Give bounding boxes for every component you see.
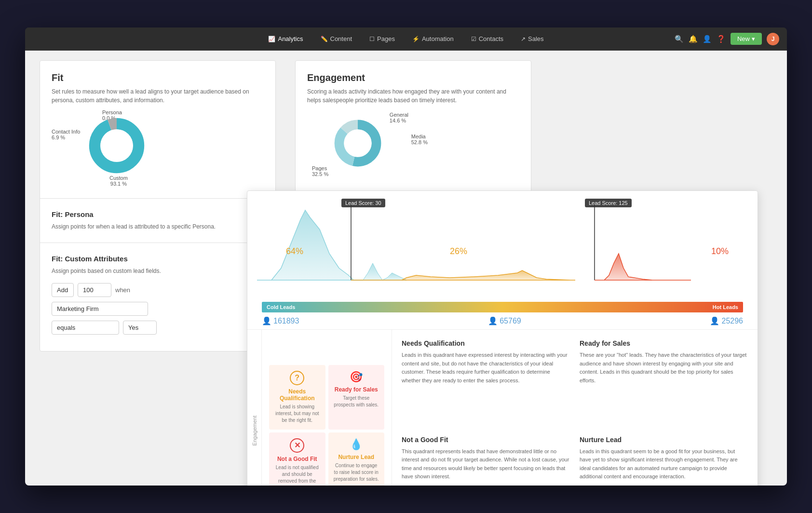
- main-content: Fit Set rules to measure how well a lead…: [25, 51, 787, 486]
- engagement-desc: Scoring a leads activity indicates how e…: [307, 87, 519, 105]
- new-button[interactable]: New ▾: [731, 33, 762, 45]
- person-icon-left: 👤: [262, 316, 271, 325]
- lead-count-mid: 👤 65769: [488, 316, 521, 325]
- pages-icon: ☐: [369, 36, 375, 42]
- contact-info-label: Contact Info 6.9 %: [52, 129, 80, 140]
- temp-bar: Cold Leads Hot Leads: [262, 302, 743, 312]
- svg-marker-14: [595, 254, 691, 280]
- analytics-icon: 📈: [268, 36, 275, 42]
- desc-not-fit-title: Not a Good Fit: [402, 436, 570, 444]
- contacts-icon: ☑: [471, 36, 476, 42]
- help-icon[interactable]: ❓: [717, 35, 726, 43]
- needs-qual-desc: Lead is showing interest, but may not be…: [274, 404, 321, 424]
- axis-label-container: Engagement: [247, 330, 262, 486]
- form-row-1: Add when: [52, 283, 264, 297]
- svg-marker-8: [257, 210, 353, 280]
- desc-nurture-title: Nurture Lead: [580, 436, 748, 444]
- fit-custom-desc: Assign points based on custom lead field…: [52, 267, 264, 275]
- svg-marker-12: [351, 270, 575, 280]
- general-label: General 14.6 %: [390, 112, 408, 123]
- left-panel: Fit Set rules to measure how well a lead…: [40, 60, 276, 351]
- pct-right: 10%: [711, 246, 729, 256]
- desc-ready-sales-title: Ready for Sales: [580, 339, 748, 347]
- lead-count-left: 👤 161893: [262, 316, 299, 325]
- ready-sales-icon: 🎯: [350, 371, 363, 383]
- content-icon: ✏️: [321, 36, 328, 42]
- fit-persona-desc: Assign points for when a lead is attribu…: [52, 222, 264, 231]
- form-row-2: [52, 302, 264, 316]
- svg-marker-10: [382, 273, 406, 280]
- profile-icon[interactable]: 👤: [703, 35, 712, 43]
- search-icon[interactable]: 🔍: [675, 35, 684, 43]
- quadrant-ready-sales: 🎯 Ready for Sales Target these prospects…: [328, 365, 385, 430]
- not-fit-title: Not a Good Fit: [277, 456, 317, 462]
- user-avatar[interactable]: J: [767, 33, 779, 45]
- screen-container: 📈 Analytics ✏️ Content ☐ Pages ⚡ Automat…: [25, 27, 787, 486]
- quadrant-descriptions: Needs Qualification Leads in this quadra…: [392, 330, 758, 486]
- engagement-donut-area: General 14.6 % Media 52.8 % Pages 32.5 %: [307, 109, 519, 182]
- nurture-desc: Continue to engage to raise lead score i…: [333, 462, 380, 483]
- desc-nurture: Nurture Lead Leads in this quadrant seem…: [580, 436, 748, 486]
- nav-right-actions: 🔍 🔔 👤 ❓ New ▾ J: [675, 33, 779, 45]
- nurture-icon: 💧: [350, 438, 363, 451]
- svg-marker-9: [353, 263, 382, 280]
- pct-mid: 26%: [450, 246, 467, 256]
- engagement-section: Engagement Scoring a leads activity indi…: [295, 60, 531, 194]
- pages-label: Pages 32.5 %: [312, 165, 328, 177]
- sales-icon: ↗: [521, 36, 526, 42]
- desc-not-fit: Not a Good Fit This quadrant represents …: [402, 436, 570, 486]
- svg-point-3: [100, 129, 133, 162]
- quadrant-grid: ? Needs Qualification Lead is showing in…: [269, 365, 384, 486]
- quadrant-grid-container: ? Needs Qualification Lead is showing in…: [262, 330, 392, 486]
- nav-sales[interactable]: ↗ Sales: [514, 32, 551, 45]
- answer-select[interactable]: Yes: [123, 321, 157, 335]
- desc-needs-qual-text: Leads in this quadrant have expressed in…: [402, 351, 570, 385]
- action-select[interactable]: Add: [52, 283, 74, 297]
- nav-automation[interactable]: ⚡ Automation: [406, 32, 460, 45]
- lead-count-row: 👤 161893 👤 65769 👤 25296: [247, 312, 758, 329]
- quadrant-not-fit: ✕ Not a Good Fit Lead is not qualified a…: [269, 432, 325, 486]
- engagement-axis-label: Engagement: [252, 416, 257, 446]
- fit-donut-container: Persona 0.0 % Contact Info 6.9 %: [52, 109, 264, 187]
- overlay-panel: Lead Score: 30 Lead Score: 125: [247, 190, 758, 486]
- ready-sales-desc: Target these prospects with sales.: [333, 395, 380, 408]
- desc-not-fit-text: This quadrant represents leads that have…: [402, 447, 570, 481]
- histogram-svg: [257, 205, 739, 283]
- fit-persona-title: Fit: Persona: [52, 210, 264, 218]
- nav-pages[interactable]: ☐ Pages: [363, 32, 402, 45]
- lead-count-right: 👤 25296: [710, 316, 743, 325]
- fit-desc: Set rules to measure how well a lead ali…: [52, 87, 264, 105]
- custom-label: Custom 93.1 %: [109, 175, 128, 187]
- desc-nurture-text: Leads in this quadrant seem to be a good…: [580, 447, 748, 481]
- field-input[interactable]: [52, 302, 148, 316]
- nav-content[interactable]: ✏️ Content: [314, 32, 359, 45]
- topnav: 📈 Analytics ✏️ Content ☐ Pages ⚡ Automat…: [25, 27, 787, 51]
- fit-donut-svg: [85, 114, 148, 177]
- hot-label: Hot Leads: [713, 304, 738, 310]
- quadrant-nurture: 💧 Nurture Lead Continue to engage to rai…: [328, 432, 385, 486]
- engagement-donut-svg: [331, 117, 384, 170]
- form-row-3: equals Yes: [52, 321, 264, 335]
- needs-qual-title: Needs Qualification: [274, 388, 321, 402]
- fit-custom-section: Fit: Custom Attributes Assign points bas…: [40, 243, 275, 351]
- desc-needs-qual: Needs Qualification Leads in this quadra…: [402, 339, 570, 426]
- condition-select[interactable]: equals: [52, 321, 119, 335]
- needs-qual-icon: ?: [290, 371, 304, 385]
- fit-persona-section: Fit: Persona Assign points for when a le…: [40, 199, 275, 243]
- media-label: Media 52.8 %: [411, 134, 428, 145]
- not-fit-desc: Lead is not qualified and should be remo…: [274, 464, 321, 486]
- value-input[interactable]: [78, 283, 111, 297]
- automation-icon: ⚡: [412, 36, 420, 42]
- fit-title: Fit: [52, 72, 264, 83]
- desc-needs-qual-title: Needs Qualification: [402, 339, 570, 347]
- quadrant-row: Engagement ? Needs Qualification Lead is…: [247, 329, 758, 486]
- desc-ready-sales-text: These are your "hot" leads. They have th…: [580, 351, 748, 385]
- nav-contacts[interactable]: ☑ Contacts: [464, 32, 510, 45]
- nav-analytics[interactable]: 📈 Analytics: [261, 32, 310, 45]
- quadrant-needs-qual: ? Needs Qualification Lead is showing in…: [269, 365, 325, 430]
- cold-label: Cold Leads: [267, 304, 295, 310]
- notifications-icon[interactable]: 🔔: [689, 35, 698, 43]
- person-icon-right: 👤: [710, 316, 719, 325]
- histogram-area: Lead Score: 30 Lead Score: 125: [247, 191, 758, 302]
- not-fit-icon: ✕: [290, 438, 304, 453]
